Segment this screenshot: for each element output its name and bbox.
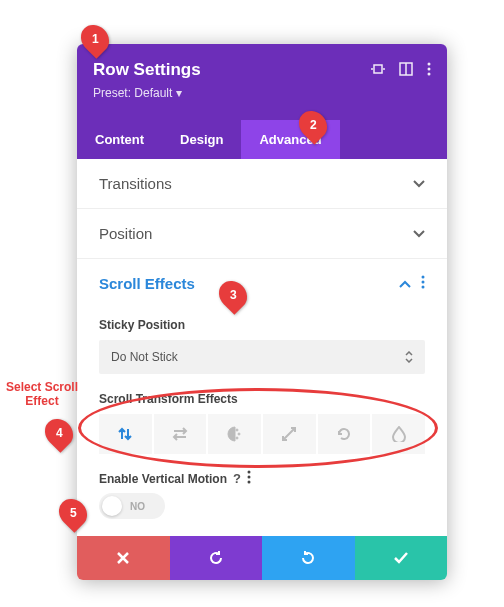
help-icon[interactable]: ? — [233, 471, 241, 486]
toggle-label: NO — [130, 501, 145, 512]
accordion-head-position[interactable]: Position — [77, 209, 447, 258]
redo-button[interactable] — [262, 536, 355, 580]
effect-rotate[interactable] — [318, 414, 373, 454]
svg-point-8 — [422, 276, 425, 279]
accordion-title: Transitions — [99, 175, 172, 192]
settings-panel: Row Settings Preset: Default ▾ Content D… — [77, 44, 447, 580]
label-transform-effects: Scroll Transform Effects — [99, 392, 425, 406]
svg-point-1 — [371, 68, 373, 70]
preset-selector[interactable]: Preset: Default ▾ — [93, 86, 431, 120]
svg-rect-0 — [374, 65, 382, 73]
header-actions — [371, 62, 431, 79]
chevron-down-icon — [413, 177, 425, 191]
svg-point-6 — [428, 67, 431, 70]
panel-header: Row Settings Preset: Default ▾ — [77, 44, 447, 120]
section-menu-icon[interactable] — [421, 275, 425, 292]
enable-vertical-toggle[interactable]: NO — [99, 493, 165, 519]
svg-point-11 — [236, 429, 238, 431]
menu-dots-icon[interactable] — [427, 62, 431, 79]
effect-blur[interactable] — [372, 414, 425, 454]
tab-bar: Content Design Advanced — [77, 120, 447, 159]
field-menu-icon[interactable] — [247, 470, 251, 487]
svg-point-10 — [422, 286, 425, 289]
label-sticky-position: Sticky Position — [99, 318, 425, 332]
svg-point-12 — [238, 433, 240, 435]
effect-button-group — [99, 414, 425, 454]
svg-point-16 — [247, 481, 250, 484]
toggle-knob — [102, 496, 122, 516]
tab-content[interactable]: Content — [77, 120, 162, 159]
panel-footer — [77, 536, 447, 580]
svg-point-2 — [383, 68, 385, 70]
accordion-scroll-effects: Scroll Effects Sticky Position Do Not St… — [77, 259, 447, 536]
expand-icon[interactable] — [371, 62, 385, 79]
chevron-down-icon — [413, 227, 425, 241]
accordion-title: Scroll Effects — [99, 275, 195, 292]
label-enable-vertical: Enable Vertical Motion — [99, 472, 227, 486]
accordion-transitions: Transitions — [77, 159, 447, 209]
panel-body: Transitions Position Scroll Effects — [77, 159, 447, 536]
save-button[interactable] — [355, 536, 448, 580]
dropdown-caret-icon — [405, 351, 413, 363]
annotation-label: Select Scroll Effect — [4, 380, 80, 409]
effect-vertical-motion[interactable] — [99, 414, 154, 454]
accordion-position: Position — [77, 209, 447, 259]
sticky-position-dropdown[interactable]: Do Not Stick — [99, 340, 425, 374]
undo-button[interactable] — [170, 536, 263, 580]
svg-point-7 — [428, 72, 431, 75]
svg-point-9 — [422, 281, 425, 284]
dropdown-value: Do Not Stick — [111, 350, 178, 364]
svg-point-14 — [247, 471, 250, 474]
svg-point-15 — [247, 476, 250, 479]
accordion-title: Position — [99, 225, 152, 242]
effect-scale[interactable] — [263, 414, 318, 454]
chevron-up-icon — [399, 277, 411, 291]
panel-title: Row Settings — [93, 60, 201, 80]
cancel-button[interactable] — [77, 536, 170, 580]
accordion-head-scroll-effects[interactable]: Scroll Effects — [77, 259, 447, 308]
tab-design[interactable]: Design — [162, 120, 241, 159]
effect-fade[interactable] — [208, 414, 263, 454]
effect-horizontal-motion[interactable] — [154, 414, 209, 454]
accordion-body: Sticky Position Do Not Stick Scroll Tran… — [77, 318, 447, 536]
accordion-head-transitions[interactable]: Transitions — [77, 159, 447, 208]
enable-vertical-row: Enable Vertical Motion ? — [99, 470, 425, 487]
svg-point-13 — [236, 437, 238, 439]
layout-icon[interactable] — [399, 62, 413, 79]
svg-point-5 — [428, 62, 431, 65]
annotation-marker-4: 4 — [39, 413, 79, 453]
